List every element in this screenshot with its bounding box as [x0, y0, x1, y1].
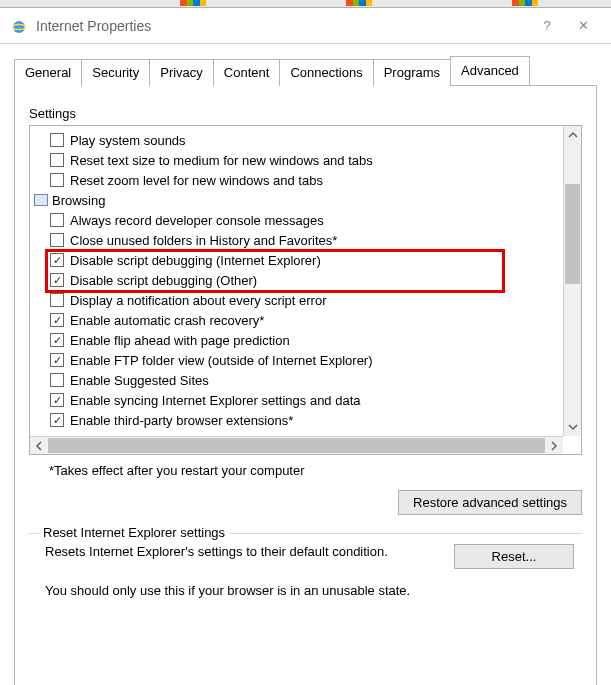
category-icon [34, 194, 48, 206]
tab-content[interactable]: Content [213, 59, 281, 86]
checkbox[interactable] [50, 253, 64, 267]
reset-description: Resets Internet Explorer's settings to t… [45, 544, 434, 559]
checkbox[interactable] [50, 373, 64, 387]
checkbox[interactable] [50, 133, 64, 147]
tree-item-label: Enable flip ahead with page prediction [70, 333, 290, 348]
tree-item[interactable]: Reset zoom level for new windows and tab… [50, 170, 563, 190]
scroll-down-icon[interactable] [564, 418, 581, 436]
tree-category[interactable]: Browsing [34, 190, 563, 210]
reset-warning: You should only use this if your browser… [45, 583, 574, 598]
close-button[interactable]: ✕ [565, 12, 601, 40]
settings-tree: Play system soundsReset text size to med… [29, 125, 582, 455]
checkbox[interactable] [50, 393, 64, 407]
checkbox[interactable] [50, 173, 64, 187]
settings-group: Settings Play system soundsReset text si… [29, 106, 582, 515]
tree-viewport: Play system soundsReset text size to med… [30, 126, 563, 436]
tree-item-label: Disable script debugging (Internet Explo… [70, 253, 321, 268]
tree-item[interactable]: Display a notification about every scrip… [50, 290, 563, 310]
tree-item-label: Reset zoom level for new windows and tab… [70, 173, 323, 188]
tree-item[interactable]: Enable third-party browser extensions* [50, 410, 563, 430]
tab-security[interactable]: Security [81, 59, 150, 86]
scroll-left-icon[interactable] [30, 437, 48, 454]
tree-item-label: Browsing [52, 193, 105, 208]
hscroll-thumb[interactable] [48, 438, 545, 453]
tree-item-label: Enable automatic crash recovery* [70, 313, 264, 328]
checkbox[interactable] [50, 293, 64, 307]
vertical-scrollbar[interactable] [563, 126, 581, 436]
settings-legend: Settings [29, 106, 76, 121]
tree-item[interactable]: Enable Suggested Sites [50, 370, 563, 390]
tab-strip: GeneralSecurityPrivacyContentConnections… [0, 44, 611, 85]
ie-icon [10, 17, 28, 35]
window-title: Internet Properties [36, 18, 529, 34]
checkbox[interactable] [50, 313, 64, 327]
tree-item[interactable]: Enable syncing Internet Explorer setting… [50, 390, 563, 410]
tab-connections[interactable]: Connections [279, 59, 373, 86]
scroll-right-icon[interactable] [545, 437, 563, 454]
tree-item-label: Enable FTP folder view (outside of Inter… [70, 353, 373, 368]
tree-item-label: Disable script debugging (Other) [70, 273, 257, 288]
tree-item[interactable]: Always record developer console messages [50, 210, 563, 230]
reset-group: Reset Internet Explorer settings Resets … [29, 533, 582, 610]
tree-item-label: Reset text size to medium for new window… [70, 153, 373, 168]
tab-general[interactable]: General [14, 59, 82, 86]
checkbox[interactable] [50, 153, 64, 167]
checkbox[interactable] [50, 213, 64, 227]
tree-item-label: Play system sounds [70, 133, 186, 148]
reset-legend: Reset Internet Explorer settings [39, 525, 229, 540]
tree-item-label: Display a notification about every scrip… [70, 293, 327, 308]
checkbox[interactable] [50, 273, 64, 287]
tree-item[interactable]: Enable automatic crash recovery* [50, 310, 563, 330]
scroll-up-icon[interactable] [564, 126, 581, 144]
tree-item[interactable]: Reset text size to medium for new window… [50, 150, 563, 170]
tree-item-label: Always record developer console messages [70, 213, 324, 228]
checkbox[interactable] [50, 353, 64, 367]
tab-privacy[interactable]: Privacy [149, 59, 214, 86]
tree-item-label: Close unused folders in History and Favo… [70, 233, 337, 248]
tree-item-label: Enable syncing Internet Explorer setting… [70, 393, 361, 408]
tab-panel-advanced: Settings Play system soundsReset text si… [14, 85, 597, 685]
tree-item[interactable]: Disable script debugging (Other) [50, 270, 563, 290]
tree-item[interactable]: Enable FTP folder view (outside of Inter… [50, 350, 563, 370]
checkbox[interactable] [50, 413, 64, 427]
restore-advanced-button[interactable]: Restore advanced settings [398, 490, 582, 515]
checkbox[interactable] [50, 233, 64, 247]
checkbox[interactable] [50, 333, 64, 347]
horizontal-scrollbar[interactable] [30, 436, 563, 454]
reset-button[interactable]: Reset... [454, 544, 574, 569]
help-button[interactable]: ? [529, 12, 565, 40]
tree-item[interactable]: Disable script debugging (Internet Explo… [50, 250, 563, 270]
titlebar: Internet Properties ? ✕ [0, 8, 611, 44]
tree-item-label: Enable third-party browser extensions* [70, 413, 293, 428]
taskbar-strip [0, 0, 611, 8]
tree-item[interactable]: Play system sounds [50, 130, 563, 150]
tab-programs[interactable]: Programs [373, 59, 451, 86]
scroll-thumb[interactable] [565, 184, 580, 284]
tree-item[interactable]: Close unused folders in History and Favo… [50, 230, 563, 250]
tab-advanced[interactable]: Advanced [450, 56, 530, 85]
scroll-track[interactable] [564, 144, 581, 418]
svg-point-0 [13, 21, 25, 33]
tree-item-label: Enable Suggested Sites [70, 373, 209, 388]
tree-item[interactable]: Enable flip ahead with page prediction [50, 330, 563, 350]
restart-note: *Takes effect after you restart your com… [49, 463, 582, 478]
